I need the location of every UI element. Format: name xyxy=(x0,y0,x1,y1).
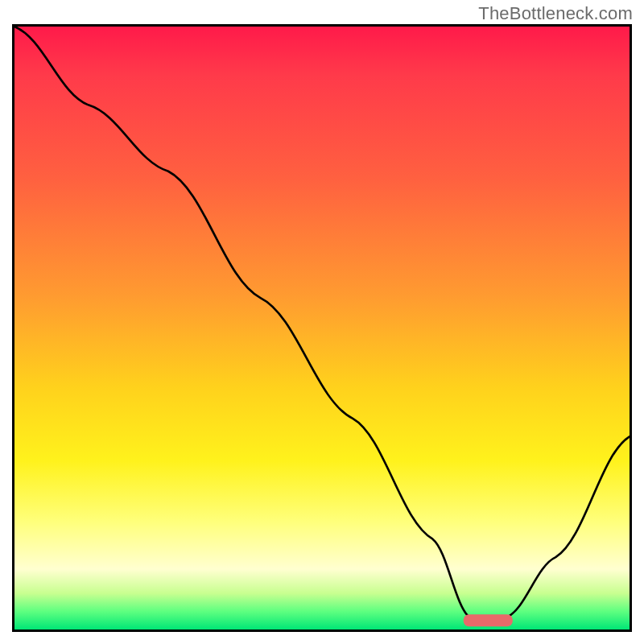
chart-root: TheBottleneck.com xyxy=(0,0,644,644)
plot-svg xyxy=(14,27,630,630)
bottleneck-curve xyxy=(14,27,630,617)
watermark-text: TheBottleneck.com xyxy=(478,3,633,24)
optimal-zone-marker xyxy=(464,614,513,626)
plot-frame xyxy=(12,24,632,632)
